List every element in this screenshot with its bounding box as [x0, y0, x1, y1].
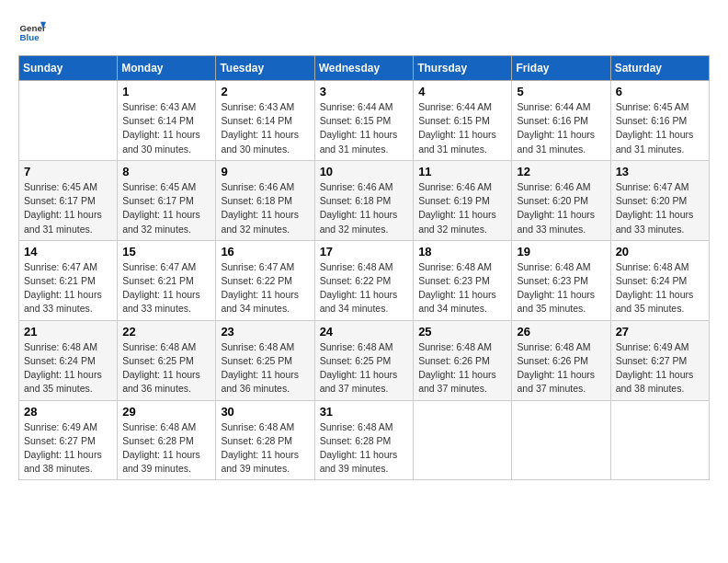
- day-info: Sunrise: 6:46 AMSunset: 6:20 PMDaylight:…: [517, 180, 605, 236]
- day-cell: 28Sunrise: 6:49 AMSunset: 6:27 PMDayligh…: [19, 400, 118, 480]
- week-row-3: 21Sunrise: 6:48 AMSunset: 6:24 PMDayligh…: [19, 320, 710, 400]
- day-cell: [414, 400, 512, 480]
- day-cell: 17Sunrise: 6:48 AMSunset: 6:22 PMDayligh…: [314, 240, 414, 320]
- day-cell: 14Sunrise: 6:47 AMSunset: 6:21 PMDayligh…: [19, 240, 118, 320]
- calendar-header-row: SundayMondayTuesdayWednesdayThursdayFrid…: [19, 56, 710, 81]
- logo: General Blue: [18, 18, 48, 46]
- page-header: General Blue: [18, 18, 710, 46]
- day-info: Sunrise: 6:48 AMSunset: 6:28 PMDaylight:…: [221, 420, 309, 477]
- day-number: 10: [320, 165, 409, 178]
- day-cell: 10Sunrise: 6:46 AMSunset: 6:18 PMDayligh…: [314, 160, 414, 240]
- col-header-wednesday: Wednesday: [314, 56, 414, 81]
- day-cell: 8Sunrise: 6:45 AMSunset: 6:17 PMDaylight…: [118, 160, 216, 240]
- day-cell: 21Sunrise: 6:48 AMSunset: 6:24 PMDayligh…: [19, 320, 118, 400]
- day-info: Sunrise: 6:48 AMSunset: 6:24 PMDaylight:…: [24, 340, 112, 396]
- day-number: 31: [320, 405, 409, 419]
- day-number: 24: [320, 325, 409, 339]
- day-number: 16: [221, 245, 309, 259]
- day-cell: 16Sunrise: 6:47 AMSunset: 6:22 PMDayligh…: [216, 240, 314, 320]
- week-row-4: 28Sunrise: 6:49 AMSunset: 6:27 PMDayligh…: [19, 400, 710, 480]
- day-info: Sunrise: 6:48 AMSunset: 6:24 PMDaylight:…: [616, 260, 704, 316]
- day-info: Sunrise: 6:48 AMSunset: 6:25 PMDaylight:…: [221, 340, 309, 396]
- svg-text:Blue: Blue: [20, 32, 40, 42]
- day-info: Sunrise: 6:48 AMSunset: 6:25 PMDaylight:…: [122, 340, 210, 396]
- day-number: 26: [517, 325, 605, 339]
- day-cell: 25Sunrise: 6:48 AMSunset: 6:26 PMDayligh…: [414, 320, 512, 400]
- day-number: 5: [517, 85, 605, 98]
- day-info: Sunrise: 6:49 AMSunset: 6:27 PMDaylight:…: [616, 340, 704, 396]
- day-info: Sunrise: 6:44 AMSunset: 6:15 PMDaylight:…: [320, 100, 409, 156]
- day-info: Sunrise: 6:46 AMSunset: 6:19 PMDaylight:…: [418, 180, 506, 236]
- week-row-1: 7Sunrise: 6:45 AMSunset: 6:17 PMDaylight…: [19, 160, 710, 240]
- day-info: Sunrise: 6:43 AMSunset: 6:14 PMDaylight:…: [221, 100, 309, 156]
- day-number: 3: [320, 85, 409, 98]
- calendar-table: SundayMondayTuesdayWednesdayThursdayFrid…: [18, 55, 710, 480]
- day-cell: 1Sunrise: 6:43 AMSunset: 6:14 PMDaylight…: [118, 81, 216, 161]
- day-info: Sunrise: 6:43 AMSunset: 6:14 PMDaylight:…: [122, 100, 210, 156]
- day-cell: 6Sunrise: 6:45 AMSunset: 6:16 PMDaylight…: [610, 81, 709, 161]
- day-cell: 24Sunrise: 6:48 AMSunset: 6:25 PMDayligh…: [314, 320, 414, 400]
- day-number: 28: [24, 405, 112, 419]
- col-header-friday: Friday: [512, 56, 610, 81]
- day-number: 23: [221, 325, 309, 339]
- day-info: Sunrise: 6:48 AMSunset: 6:26 PMDaylight:…: [418, 340, 506, 396]
- day-number: 20: [616, 245, 704, 259]
- day-info: Sunrise: 6:45 AMSunset: 6:17 PMDaylight:…: [24, 180, 112, 236]
- day-info: Sunrise: 6:48 AMSunset: 6:25 PMDaylight:…: [320, 340, 409, 396]
- week-row-0: 1Sunrise: 6:43 AMSunset: 6:14 PMDaylight…: [19, 81, 710, 161]
- day-number: 27: [616, 325, 704, 339]
- day-info: Sunrise: 6:45 AMSunset: 6:17 PMDaylight:…: [122, 180, 210, 236]
- day-number: 4: [418, 85, 506, 98]
- day-cell: 20Sunrise: 6:48 AMSunset: 6:24 PMDayligh…: [610, 240, 709, 320]
- day-info: Sunrise: 6:49 AMSunset: 6:27 PMDaylight:…: [24, 420, 112, 477]
- day-cell: 5Sunrise: 6:44 AMSunset: 6:16 PMDaylight…: [512, 81, 610, 161]
- day-info: Sunrise: 6:48 AMSunset: 6:26 PMDaylight:…: [517, 340, 605, 396]
- day-cell: 13Sunrise: 6:47 AMSunset: 6:20 PMDayligh…: [610, 160, 709, 240]
- day-cell: 3Sunrise: 6:44 AMSunset: 6:15 PMDaylight…: [314, 81, 414, 161]
- day-cell: 29Sunrise: 6:48 AMSunset: 6:28 PMDayligh…: [118, 400, 216, 480]
- day-number: 7: [24, 165, 112, 178]
- day-info: Sunrise: 6:48 AMSunset: 6:23 PMDaylight:…: [418, 260, 506, 316]
- day-number: 17: [320, 245, 409, 259]
- day-cell: 18Sunrise: 6:48 AMSunset: 6:23 PMDayligh…: [414, 240, 512, 320]
- day-cell: 12Sunrise: 6:46 AMSunset: 6:20 PMDayligh…: [512, 160, 610, 240]
- day-number: 19: [517, 245, 605, 259]
- day-cell: 30Sunrise: 6:48 AMSunset: 6:28 PMDayligh…: [216, 400, 314, 480]
- logo-icon: General Blue: [18, 18, 46, 46]
- day-info: Sunrise: 6:47 AMSunset: 6:21 PMDaylight:…: [24, 260, 112, 316]
- day-cell: 4Sunrise: 6:44 AMSunset: 6:15 PMDaylight…: [414, 81, 512, 161]
- day-cell: 23Sunrise: 6:48 AMSunset: 6:25 PMDayligh…: [216, 320, 314, 400]
- col-header-sunday: Sunday: [19, 56, 118, 81]
- day-number: 14: [24, 245, 112, 259]
- day-number: 6: [616, 85, 704, 98]
- day-cell: 19Sunrise: 6:48 AMSunset: 6:23 PMDayligh…: [512, 240, 610, 320]
- day-info: Sunrise: 6:44 AMSunset: 6:15 PMDaylight:…: [418, 100, 506, 156]
- col-header-monday: Monday: [118, 56, 216, 81]
- day-info: Sunrise: 6:48 AMSunset: 6:23 PMDaylight:…: [517, 260, 605, 316]
- day-info: Sunrise: 6:48 AMSunset: 6:22 PMDaylight:…: [320, 260, 409, 316]
- day-info: Sunrise: 6:45 AMSunset: 6:16 PMDaylight:…: [616, 100, 704, 156]
- day-number: 15: [122, 245, 210, 259]
- day-cell: 15Sunrise: 6:47 AMSunset: 6:21 PMDayligh…: [118, 240, 216, 320]
- day-number: 9: [221, 165, 309, 178]
- day-number: 12: [517, 165, 605, 178]
- day-number: 29: [122, 405, 210, 419]
- day-cell: 22Sunrise: 6:48 AMSunset: 6:25 PMDayligh…: [118, 320, 216, 400]
- day-cell: 2Sunrise: 6:43 AMSunset: 6:14 PMDaylight…: [216, 81, 314, 161]
- day-cell: 7Sunrise: 6:45 AMSunset: 6:17 PMDaylight…: [19, 160, 118, 240]
- day-cell: 11Sunrise: 6:46 AMSunset: 6:19 PMDayligh…: [414, 160, 512, 240]
- day-cell: 9Sunrise: 6:46 AMSunset: 6:18 PMDaylight…: [216, 160, 314, 240]
- col-header-thursday: Thursday: [414, 56, 512, 81]
- day-info: Sunrise: 6:46 AMSunset: 6:18 PMDaylight:…: [320, 180, 409, 236]
- day-cell: 26Sunrise: 6:48 AMSunset: 6:26 PMDayligh…: [512, 320, 610, 400]
- day-number: 11: [418, 165, 506, 178]
- day-info: Sunrise: 6:47 AMSunset: 6:20 PMDaylight:…: [616, 180, 704, 236]
- day-info: Sunrise: 6:48 AMSunset: 6:28 PMDaylight:…: [320, 420, 409, 477]
- day-info: Sunrise: 6:47 AMSunset: 6:22 PMDaylight:…: [221, 260, 309, 316]
- day-info: Sunrise: 6:46 AMSunset: 6:18 PMDaylight:…: [221, 180, 309, 236]
- day-info: Sunrise: 6:47 AMSunset: 6:21 PMDaylight:…: [122, 260, 210, 316]
- col-header-saturday: Saturday: [610, 56, 709, 81]
- col-header-tuesday: Tuesday: [216, 56, 314, 81]
- day-number: 22: [122, 325, 210, 339]
- day-number: 2: [221, 85, 309, 98]
